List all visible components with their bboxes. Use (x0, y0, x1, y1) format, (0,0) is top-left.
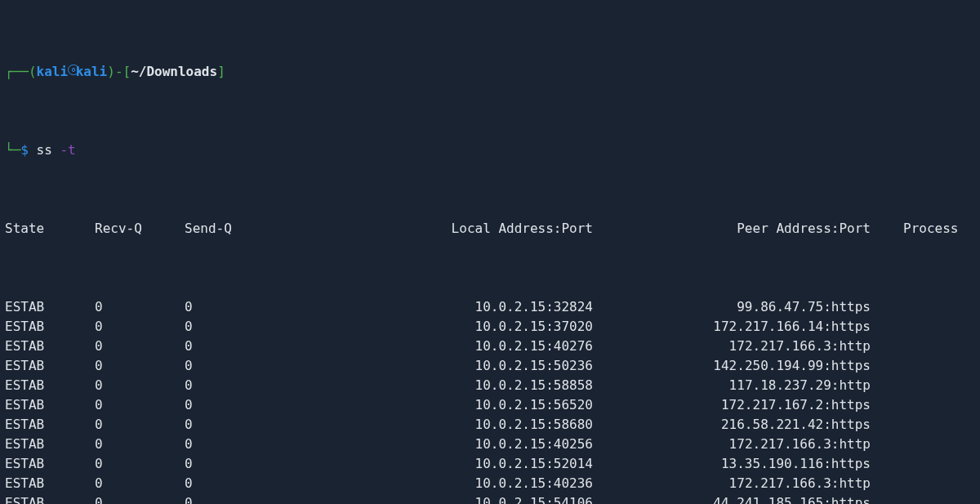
cell-process (871, 474, 975, 493)
cell-sendq: 0 (185, 297, 311, 317)
prompt-open-paren: ( (29, 62, 37, 82)
cell-peer: 117.18.237.29:http (593, 376, 871, 395)
cell-recvq: 0 (95, 297, 185, 317)
prompt-cwd: ~/Downloads (131, 62, 217, 82)
prompt-open-bracket: [ (123, 62, 131, 82)
cell-local: 10.0.2.15:58680 (311, 415, 593, 435)
cell-local: 10.0.2.15:40256 (311, 435, 593, 454)
cell-state: ESTAB (5, 376, 95, 395)
header-peer: Peer Address:Port (593, 219, 871, 239)
cell-recvq: 0 (95, 356, 185, 376)
cell-state: ESTAB (5, 317, 95, 337)
cell-peer: 172.217.167.2:https (593, 395, 871, 415)
cell-sendq: 0 (185, 474, 311, 493)
cell-state: ESTAB (5, 297, 95, 317)
table-row: ESTAB0010.0.2.15:40276172.217.166.3:http (5, 337, 975, 356)
kali-logo-icon (68, 62, 76, 82)
prompt-box-bottom: └─ (5, 140, 20, 160)
prompt-user: kali (37, 62, 69, 82)
cell-sendq: 0 (185, 493, 311, 504)
cell-local: 10.0.2.15:54106 (311, 493, 593, 504)
command-name: ss (37, 140, 52, 160)
cell-recvq: 0 (95, 493, 185, 504)
cell-state: ESTAB (5, 395, 95, 415)
table-row: ESTAB0010.0.2.15:40236172.217.166.3:http (5, 474, 975, 493)
cell-process (871, 297, 975, 317)
table-row: ESTAB0010.0.2.15:5410644.241.185.165:htt… (5, 493, 975, 504)
cell-peer: 44.241.185.165:https (593, 493, 871, 504)
table-row: ESTAB0010.0.2.15:58680216.58.221.42:http… (5, 415, 975, 435)
cell-sendq: 0 (185, 435, 311, 454)
cell-recvq: 0 (95, 435, 185, 454)
cell-local: 10.0.2.15:37020 (311, 317, 593, 337)
cell-process (871, 493, 975, 504)
cell-recvq: 0 (95, 376, 185, 395)
prompt-line-cmd[interactable]: └─$ ss -t (5, 140, 975, 160)
cell-process (871, 337, 975, 356)
header-sendq: Send-Q (185, 219, 311, 239)
table-row: ESTAB0010.0.2.15:37020172.217.166.14:htt… (5, 317, 975, 337)
cell-peer: 13.35.190.116:https (593, 454, 871, 474)
cell-peer: 99.86.47.75:https (593, 297, 871, 317)
terminal-window[interactable]: ┌──(kali kali)-[~/Downloads] └─$ ss -t S… (0, 0, 980, 504)
cell-local: 10.0.2.15:40236 (311, 474, 593, 493)
command-option: -t (60, 140, 75, 160)
prompt-host: kali (76, 62, 108, 82)
cell-local: 10.0.2.15:58858 (311, 376, 593, 395)
header-recvq: Recv-Q (95, 219, 185, 239)
cell-local: 10.0.2.15:32824 (311, 297, 593, 317)
prompt-close-paren: ) (107, 62, 115, 82)
cell-state: ESTAB (5, 435, 95, 454)
cell-process (871, 356, 975, 376)
table-row: ESTAB0010.0.2.15:56520172.217.167.2:http… (5, 395, 975, 415)
table-row: ESTAB0010.0.2.15:58858117.18.237.29:http (5, 376, 975, 395)
cell-recvq: 0 (95, 454, 185, 474)
cell-recvq: 0 (95, 337, 185, 356)
cell-process (871, 415, 975, 435)
cell-sendq: 0 (185, 337, 311, 356)
cell-state: ESTAB (5, 415, 95, 435)
cell-process (871, 454, 975, 474)
cell-sendq: 0 (185, 395, 311, 415)
prompt-line-top: ┌──(kali kali)-[~/Downloads] (5, 62, 975, 82)
cell-peer: 172.217.166.3:http (593, 474, 871, 493)
cell-sendq: 0 (185, 317, 311, 337)
cell-state: ESTAB (5, 493, 95, 504)
cell-peer: 216.58.221.42:https (593, 415, 871, 435)
cell-local: 10.0.2.15:50236 (311, 356, 593, 376)
cell-recvq: 0 (95, 474, 185, 493)
cell-sendq: 0 (185, 356, 311, 376)
prompt-dollar: $ (20, 140, 29, 160)
cell-state: ESTAB (5, 474, 95, 493)
cell-peer: 172.217.166.14:https (593, 317, 871, 337)
prompt-dash: - (115, 62, 123, 82)
cell-sendq: 0 (185, 415, 311, 435)
table-row: ESTAB0010.0.2.15:40256172.217.166.3:http (5, 435, 975, 454)
table-header: State Recv-Q Send-Q Local Address:Port P… (5, 219, 975, 239)
cell-process (871, 435, 975, 454)
table-row: ESTAB0010.0.2.15:3282499.86.47.75:https (5, 297, 975, 317)
table-row: ESTAB0010.0.2.15:50236142.250.194.99:htt… (5, 356, 975, 376)
cell-process (871, 376, 975, 395)
table-body: ESTAB0010.0.2.15:3282499.86.47.75:httpsE… (5, 297, 975, 504)
header-process: Process (871, 219, 975, 239)
cell-peer: 172.217.166.3:http (593, 435, 871, 454)
cell-sendq: 0 (185, 454, 311, 474)
cell-state: ESTAB (5, 454, 95, 474)
cell-recvq: 0 (95, 317, 185, 337)
table-row: ESTAB0010.0.2.15:5201413.35.190.116:http… (5, 454, 975, 474)
cell-recvq: 0 (95, 415, 185, 435)
cell-recvq: 0 (95, 395, 185, 415)
cell-state: ESTAB (5, 356, 95, 376)
cell-sendq: 0 (185, 376, 311, 395)
prompt-close-bracket: ] (217, 62, 225, 82)
prompt-box-top: ┌── (5, 62, 29, 82)
cell-local: 10.0.2.15:40276 (311, 337, 593, 356)
cell-state: ESTAB (5, 337, 95, 356)
cell-local: 10.0.2.15:56520 (311, 395, 593, 415)
cell-process (871, 395, 975, 415)
cell-peer: 172.217.166.3:http (593, 337, 871, 356)
cell-local: 10.0.2.15:52014 (311, 454, 593, 474)
header-state: State (5, 219, 95, 239)
cell-process (871, 317, 975, 337)
